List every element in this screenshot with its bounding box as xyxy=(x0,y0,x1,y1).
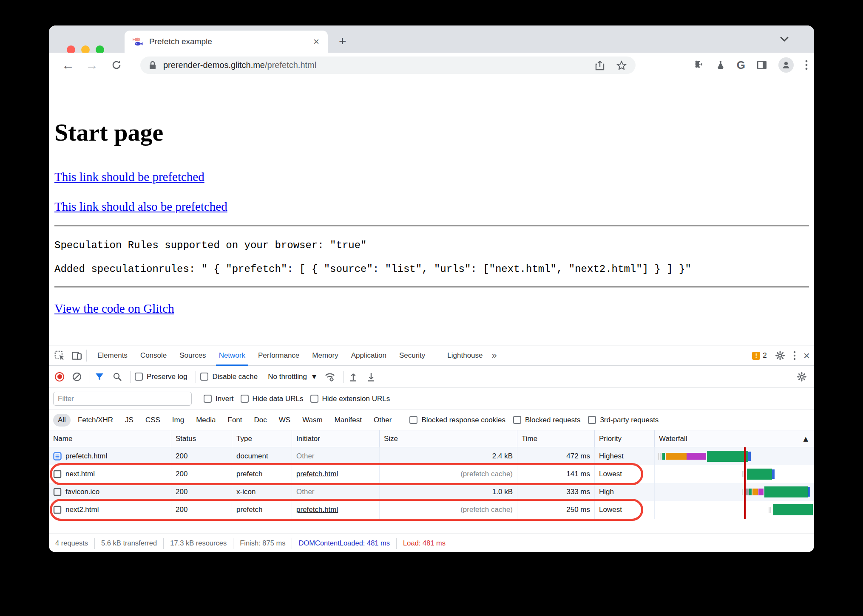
waterfall-bar xyxy=(654,501,814,519)
tab-close-icon[interactable]: × xyxy=(312,36,320,48)
type-pill-css[interactable]: CSS xyxy=(141,414,165,427)
type-pill-img[interactable]: Img xyxy=(167,414,189,427)
url-host: prerender-demos.glitch.me xyxy=(163,60,265,70)
table-row[interactable]: favicon.ico 200 x-icon Other 1.0 kB 333 … xyxy=(49,483,814,501)
table-row[interactable]: next.html 200 prefetch prefetch.html (pr… xyxy=(49,465,814,483)
request-priority: High xyxy=(594,483,654,501)
load-time: Load: 481 ms xyxy=(397,538,452,549)
column-header-size[interactable]: Size xyxy=(379,430,517,447)
type-pill-wasm[interactable]: Wasm xyxy=(298,414,327,427)
tab-memory[interactable]: Memory xyxy=(306,345,344,366)
reload-button[interactable] xyxy=(111,59,122,71)
search-icon[interactable] xyxy=(112,372,122,382)
type-pill-media[interactable]: Media xyxy=(191,414,220,427)
type-pill-fetch-xhr[interactable]: Fetch/XHR xyxy=(73,414,118,427)
tab-sources[interactable]: Sources xyxy=(173,345,212,366)
initiator-link[interactable]: prefetch.html xyxy=(296,470,338,478)
flask-icon[interactable] xyxy=(715,59,726,71)
column-header-type[interactable]: Type xyxy=(232,430,292,447)
profile-avatar[interactable] xyxy=(778,57,794,73)
type-pill-all[interactable]: All xyxy=(53,414,71,427)
filter-funnel-icon[interactable] xyxy=(94,372,105,382)
column-header-initiator[interactable]: Initiator xyxy=(292,430,379,447)
devtools-close-icon[interactable]: × xyxy=(803,349,810,362)
devtools-menu-kebab-icon[interactable] xyxy=(793,350,796,361)
tab-security[interactable]: Security xyxy=(393,345,432,366)
third-party-requests-checkbox[interactable] xyxy=(588,416,596,424)
bookmark-star-icon[interactable] xyxy=(616,60,627,71)
prefetch-link-1[interactable]: This link should be prefetched xyxy=(54,170,204,184)
column-header-priority[interactable]: Priority xyxy=(594,430,654,447)
tab-lighthouse[interactable]: Lighthouse xyxy=(441,345,489,366)
issues-badge[interactable]: ! 2 xyxy=(752,351,766,360)
browser-tab[interactable]: Prefetch example × xyxy=(125,31,328,53)
tab-elements[interactable]: Elements xyxy=(91,345,134,366)
type-pill-ws[interactable]: WS xyxy=(274,414,295,427)
device-toolbar-icon[interactable] xyxy=(71,350,82,361)
devtools-panel: Elements Console Sources Network Perform… xyxy=(49,345,814,552)
tab-title: Prefetch example xyxy=(149,37,312,46)
inspect-element-icon[interactable] xyxy=(54,350,65,361)
import-har-icon[interactable] xyxy=(348,371,358,382)
throttling-dropdown[interactable]: No throttling ▼ xyxy=(268,373,316,381)
finish-time: Finish: 875 ms xyxy=(233,538,292,549)
request-name: next2.html xyxy=(65,506,99,514)
initiator-link[interactable]: prefetch.html xyxy=(296,506,338,514)
column-header-status[interactable]: Status xyxy=(171,430,232,447)
tab-network[interactable]: Network xyxy=(213,345,252,366)
blocked-response-cookies-checkbox[interactable] xyxy=(409,416,417,424)
speculation-support-text: Speculation Rules supported on your brow… xyxy=(54,240,367,251)
network-settings-gear-icon[interactable] xyxy=(796,371,807,382)
type-pill-other[interactable]: Other xyxy=(369,414,397,427)
prefetch-link-2[interactable]: This link should also be prefetched xyxy=(54,200,227,214)
domcontentloaded-time: DOMContentLoaded: 481 ms xyxy=(292,538,397,549)
type-pill-doc[interactable]: Doc xyxy=(250,414,272,427)
filter-input[interactable] xyxy=(53,392,192,406)
file-icon xyxy=(53,506,62,514)
file-icon xyxy=(53,470,62,478)
page-content: Start page This link should be prefetche… xyxy=(49,77,814,346)
type-pill-font[interactable]: Font xyxy=(223,414,247,427)
tab-application[interactable]: Application xyxy=(345,345,393,366)
sort-arrow-icon[interactable]: ▲ xyxy=(803,435,808,443)
side-panel-icon[interactable] xyxy=(756,59,767,71)
hide-extension-urls-checkbox[interactable] xyxy=(310,395,318,403)
column-header-name[interactable]: Name xyxy=(49,430,171,447)
disable-cache-checkbox[interactable] xyxy=(200,373,208,381)
blocked-requests-checkbox[interactable] xyxy=(513,416,521,424)
address-bar[interactable]: prerender-demos.glitch.me/prefetch.html xyxy=(140,57,636,74)
record-network-log-button[interactable] xyxy=(55,372,64,381)
network-conditions-icon[interactable] xyxy=(324,371,336,382)
google-g-icon[interactable]: G xyxy=(737,59,745,72)
tab-console[interactable]: Console xyxy=(134,345,173,366)
request-size: 1.0 kB xyxy=(379,483,517,501)
devtools-tab-bar: Elements Console Sources Network Perform… xyxy=(49,345,814,366)
new-tab-button[interactable]: + xyxy=(339,35,346,48)
clear-network-log-icon[interactable] xyxy=(72,372,82,382)
glitch-code-link[interactable]: View the code on Glitch xyxy=(54,302,174,316)
network-summary-bar: 4 requests 5.6 kB transferred 17.3 kB re… xyxy=(49,534,814,552)
preserve-log-checkbox[interactable] xyxy=(135,373,143,381)
share-icon[interactable] xyxy=(595,60,605,71)
extensions-puzzle-icon[interactable] xyxy=(693,59,704,71)
column-header-waterfall[interactable]: Waterfall xyxy=(654,430,814,447)
tab-performance[interactable]: Performance xyxy=(252,345,306,366)
browser-menu-kebab-icon[interactable] xyxy=(805,59,808,71)
column-header-time[interactable]: Time xyxy=(517,430,594,447)
tab-search-chevron-icon[interactable] xyxy=(779,36,789,42)
horizontal-rule xyxy=(54,286,809,288)
forward-button[interactable]: → xyxy=(85,59,98,71)
more-tabs-icon[interactable]: » xyxy=(492,350,497,361)
table-row[interactable]: next2.html 200 prefetch prefetch.html (p… xyxy=(49,501,814,519)
devtools-settings-gear-icon[interactable] xyxy=(775,350,786,361)
type-pill-manifest[interactable]: Manifest xyxy=(330,414,366,427)
hide-data-urls-checkbox[interactable] xyxy=(241,395,249,403)
blocked-response-cookies-label: Blocked response cookies xyxy=(421,416,505,424)
export-har-icon[interactable] xyxy=(366,371,376,382)
request-size: (prefetch cache) xyxy=(379,465,517,483)
invert-checkbox[interactable] xyxy=(204,395,212,403)
table-row[interactable]: prefetch.html 200 document Other 2.4 kB … xyxy=(49,447,814,465)
type-pill-js[interactable]: JS xyxy=(120,414,138,427)
back-button[interactable]: ← xyxy=(62,59,74,71)
request-type: prefetch xyxy=(232,501,292,519)
